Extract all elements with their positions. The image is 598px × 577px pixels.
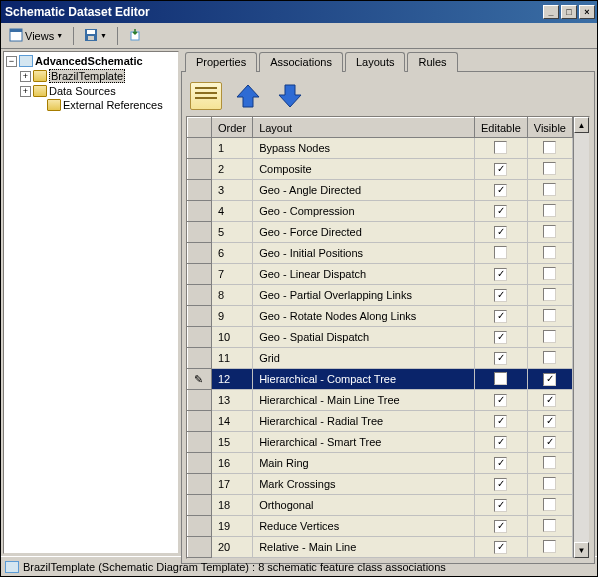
cell-order[interactable]: 7 — [212, 264, 253, 285]
row-header[interactable] — [188, 537, 212, 558]
table-row[interactable]: 13Hierarchical - Main Line Tree✓✓ — [188, 390, 573, 411]
checkbox[interactable]: ✓ — [494, 205, 507, 218]
cell-editable[interactable]: ✓ — [475, 390, 528, 411]
checkbox[interactable]: ✓ — [543, 436, 556, 449]
checkbox[interactable]: ✓ — [494, 268, 507, 281]
cell-layout[interactable]: Main Ring — [253, 453, 475, 474]
cell-order[interactable]: 1 — [212, 138, 253, 159]
cell-editable[interactable]: ✓ — [475, 537, 528, 558]
table-row[interactable]: 10Geo - Spatial Dispatch✓ — [188, 327, 573, 348]
checkbox[interactable]: ✓ — [494, 310, 507, 323]
checkbox[interactable] — [543, 330, 556, 343]
table-row[interactable]: 9Geo - Rotate Nodes Along Links✓ — [188, 306, 573, 327]
cell-visible[interactable] — [527, 201, 572, 222]
move-down-button[interactable] — [272, 78, 308, 114]
tree-item-external[interactable]: External References — [6, 98, 176, 112]
checkbox[interactable] — [543, 162, 556, 175]
row-header[interactable] — [188, 348, 212, 369]
cell-order[interactable]: 20 — [212, 537, 253, 558]
cell-visible[interactable] — [527, 243, 572, 264]
cell-visible[interactable] — [527, 285, 572, 306]
tab-associations[interactable]: Associations — [259, 52, 343, 72]
maximize-button[interactable]: □ — [561, 5, 577, 19]
tree-root[interactable]: − AdvancedSchematic — [6, 54, 176, 68]
table-row[interactable]: 4Geo - Compression✓ — [188, 201, 573, 222]
checkbox[interactable]: ✓ — [543, 394, 556, 407]
col-editable[interactable]: Editable — [475, 118, 528, 138]
checkbox[interactable]: ✓ — [494, 436, 507, 449]
checkbox[interactable]: ✓ — [543, 373, 556, 386]
cell-editable[interactable] — [475, 243, 528, 264]
row-header[interactable]: ✎ — [188, 369, 212, 390]
cell-layout[interactable]: Geo - Spatial Dispatch — [253, 327, 475, 348]
cell-editable[interactable]: ✓ — [475, 285, 528, 306]
scroll-up-button[interactable]: ▲ — [574, 117, 589, 133]
views-menu[interactable]: Views ▼ — [5, 26, 67, 46]
cell-order[interactable]: 13 — [212, 390, 253, 411]
edit-button[interactable] — [188, 78, 224, 114]
cell-layout[interactable]: Geo - Compression — [253, 201, 475, 222]
scroll-down-button[interactable]: ▼ — [574, 542, 589, 558]
cell-visible[interactable] — [527, 306, 572, 327]
checkbox[interactable] — [543, 540, 556, 553]
cell-order[interactable]: 2 — [212, 159, 253, 180]
row-header[interactable] — [188, 306, 212, 327]
col-visible[interactable]: Visible — [527, 118, 572, 138]
cell-visible[interactable]: ✓ — [527, 411, 572, 432]
tree-item-datasources[interactable]: + Data Sources — [6, 84, 176, 98]
row-header[interactable] — [188, 264, 212, 285]
checkbox[interactable]: ✓ — [494, 289, 507, 302]
cell-visible[interactable] — [527, 495, 572, 516]
col-order[interactable]: Order — [212, 118, 253, 138]
cell-layout[interactable]: Bypass Nodes — [253, 138, 475, 159]
table-row[interactable]: 19Reduce Vertices✓ — [188, 516, 573, 537]
table-row[interactable]: 14Hierarchical - Radial Tree✓✓ — [188, 411, 573, 432]
cell-editable[interactable]: ✓ — [475, 495, 528, 516]
col-layout[interactable]: Layout — [253, 118, 475, 138]
cell-order[interactable]: 18 — [212, 495, 253, 516]
checkbox[interactable]: ✓ — [494, 457, 507, 470]
cell-layout[interactable]: Relative - Main Line — [253, 537, 475, 558]
cell-order[interactable]: 12 — [212, 369, 253, 390]
cell-order[interactable]: 16 — [212, 453, 253, 474]
cell-visible[interactable]: ✓ — [527, 432, 572, 453]
cell-order[interactable]: 17 — [212, 474, 253, 495]
checkbox[interactable] — [543, 267, 556, 280]
cell-order[interactable]: 8 — [212, 285, 253, 306]
row-header[interactable] — [188, 243, 212, 264]
checkbox[interactable] — [543, 351, 556, 364]
checkbox[interactable] — [543, 519, 556, 532]
cell-layout[interactable]: Grid — [253, 348, 475, 369]
checkbox[interactable] — [543, 204, 556, 217]
cell-layout[interactable]: Composite — [253, 159, 475, 180]
table-row[interactable]: 18Orthogonal✓ — [188, 495, 573, 516]
cell-layout[interactable]: Geo - Initial Positions — [253, 243, 475, 264]
cell-order[interactable]: 19 — [212, 516, 253, 537]
cell-order[interactable]: 11 — [212, 348, 253, 369]
scrollbar-vertical[interactable]: ▲ ▼ — [573, 117, 589, 558]
checkbox[interactable] — [543, 498, 556, 511]
cell-order[interactable]: 3 — [212, 180, 253, 201]
table-row[interactable]: ✎12Hierarchical - Compact Tree✓ — [188, 369, 573, 390]
cell-editable[interactable]: ✓ — [475, 306, 528, 327]
cell-editable[interactable]: ✓ — [475, 222, 528, 243]
cell-visible[interactable] — [527, 537, 572, 558]
row-header[interactable] — [188, 327, 212, 348]
cell-editable[interactable]: ✓ — [475, 348, 528, 369]
tab-properties[interactable]: Properties — [185, 52, 257, 72]
cell-visible[interactable] — [527, 453, 572, 474]
checkbox[interactable]: ✓ — [494, 184, 507, 197]
checkbox[interactable]: ✓ — [494, 331, 507, 344]
checkbox[interactable]: ✓ — [543, 415, 556, 428]
checkbox[interactable] — [543, 456, 556, 469]
scroll-track[interactable] — [574, 133, 589, 542]
col-rowselector[interactable] — [188, 118, 212, 138]
cell-editable[interactable]: ✓ — [475, 453, 528, 474]
cell-layout[interactable]: Geo - Partial Overlapping Links — [253, 285, 475, 306]
checkbox[interactable]: ✓ — [494, 394, 507, 407]
row-header[interactable] — [188, 180, 212, 201]
table-row[interactable]: 5Geo - Force Directed✓ — [188, 222, 573, 243]
checkbox[interactable]: ✓ — [494, 541, 507, 554]
cell-layout[interactable]: Mark Crossings — [253, 474, 475, 495]
move-up-button[interactable] — [230, 78, 266, 114]
